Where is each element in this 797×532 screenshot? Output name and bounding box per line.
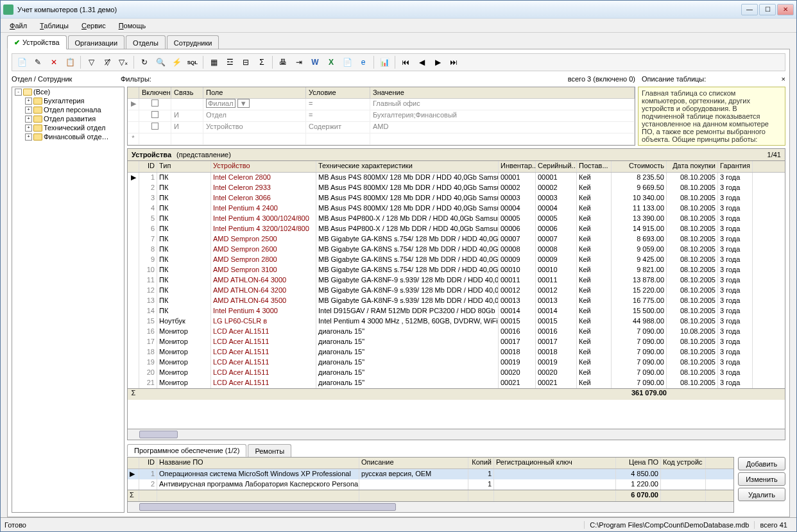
sql-icon[interactable]: SQL — [185, 55, 200, 69]
tree-item[interactable]: -(Все) — [12, 87, 124, 96]
excel-icon[interactable]: X — [324, 55, 338, 69]
main-tabs: ✔Устройства Организации Отделы Сотрудник… — [7, 35, 790, 49]
expand-icon[interactable]: + — [25, 116, 32, 123]
table-row[interactable]: 15НоутбукLG LP60-C5LR вIntel Pentium 4 3… — [128, 316, 785, 327]
table-row[interactable]: 16МониторLCD Acer AL1511диагональ 15"000… — [128, 327, 785, 337]
tab-employees[interactable]: Сотрудники — [167, 35, 219, 49]
software-row[interactable]: ▶1Операционная система MicroSoft Windows… — [128, 469, 733, 479]
menu-help[interactable]: Помощь — [114, 21, 151, 31]
folder-icon — [33, 107, 42, 114]
filter-x-icon[interactable]: ▽ₓ — [116, 55, 130, 69]
expand-icon[interactable]: + — [25, 124, 32, 132]
filters-grid[interactable]: Включен Связь Поле Условие Значение ▶Фил… — [127, 87, 635, 146]
tab-repairs[interactable]: Ремонты — [248, 444, 291, 457]
filter-row[interactable]: * — [128, 133, 635, 145]
table-row[interactable]: 11ПКAMD ATHLON-64 3000MB Gigabyte GA-K8N… — [128, 275, 785, 286]
copy-icon[interactable]: 📋 — [63, 55, 77, 69]
tree-item[interactable]: +Бухгалтерия — [12, 96, 124, 105]
grid-scrollbar[interactable] — [127, 429, 785, 440]
expand-icon[interactable]: + — [25, 98, 32, 105]
filter-row[interactable]: ИУстройствоСодержитAMD — [128, 122, 635, 133]
close-button[interactable]: ✕ — [777, 4, 794, 15]
software-row[interactable]: 2Антивирусная программа Лаборатория Касп… — [128, 479, 733, 490]
chart-icon[interactable]: 📊 — [377, 55, 391, 69]
table-row[interactable]: 12ПКAMD ATHLON-64 3200MB Gigabyte GA-K8N… — [128, 286, 785, 296]
table-row[interactable]: 18МониторLCD Acer AL1511диагональ 15"000… — [128, 347, 785, 357]
delete-icon[interactable]: ✕ — [47, 55, 61, 69]
expand-icon[interactable]: - — [15, 89, 22, 96]
columns-icon[interactable]: ☲ — [223, 55, 237, 69]
next-icon[interactable]: ▶ — [431, 55, 445, 69]
last-icon[interactable]: ⏭ — [447, 55, 461, 69]
table-row[interactable]: 3ПКIntel Celeron 3066MB Asus P4S 800MX/ … — [128, 193, 785, 203]
table-row[interactable]: 7ПКAMD Sempron 2500MB Gigabyte GA-K8NS s… — [128, 234, 785, 245]
status-total: всего 41 — [754, 521, 793, 529]
lightning-icon[interactable]: ⚡ — [169, 55, 184, 69]
delete-button[interactable]: Удалить — [738, 488, 785, 501]
folder-icon — [33, 98, 42, 105]
close-desc-icon[interactable]: × — [782, 75, 785, 83]
first-icon[interactable]: ⏮ — [398, 55, 413, 69]
expand-icon[interactable]: + — [25, 107, 32, 114]
tab-depts[interactable]: Отделы — [126, 35, 166, 49]
app-icon — [3, 4, 13, 15]
grid-header: Устройства (представление) 1/41 — [127, 148, 785, 161]
edit-button[interactable]: Изменить — [738, 472, 785, 486]
print-icon[interactable]: 🖶 — [276, 55, 290, 69]
table-row[interactable]: ▶1ПКIntel Celeron 2800MB Asus P4S 800MX/… — [128, 173, 785, 183]
maximize-button[interactable]: ☐ — [759, 4, 776, 15]
table-row[interactable]: 17МониторLCD Acer AL1511диагональ 15"000… — [128, 337, 785, 347]
folder-icon — [23, 89, 32, 96]
folder-icon — [33, 116, 42, 123]
ie-icon[interactable]: e — [356, 55, 370, 69]
check-icon: ✔ — [14, 39, 20, 47]
export-icon[interactable]: ⇥ — [292, 55, 306, 69]
add-button[interactable]: Добавить — [738, 457, 785, 470]
edit-icon[interactable]: ✎ — [31, 55, 45, 69]
word-icon[interactable]: W — [308, 55, 322, 69]
window-title: Учет компьютеров (1.31 демо) — [17, 6, 741, 13]
refresh-icon[interactable]: ↻ — [137, 55, 151, 69]
tree-item[interactable]: +Отдел развития — [12, 114, 124, 123]
minimize-button[interactable]: — — [741, 4, 758, 15]
tab-devices[interactable]: ✔Устройства — [7, 35, 67, 49]
table-row[interactable]: 20МониторLCD Acer AL1511диагональ 15"000… — [128, 368, 785, 378]
table-row[interactable]: 8ПКAMD Sempron 2600MB Gigabyte GA-K8NS s… — [128, 245, 785, 255]
tree-item[interactable]: +Финансовый отде… — [12, 132, 124, 141]
tree-item[interactable]: +Технический отдел — [12, 123, 124, 132]
table-row[interactable]: 6ПКIntel Pentium 4 3200/1024/800MB Asus … — [128, 224, 785, 234]
filter-row[interactable]: ▶Филиал ▼=Главный офис — [128, 99, 635, 110]
titlebar[interactable]: Учет компьютеров (1.31 демо) — ☐ ✕ — [1, 1, 796, 19]
table-row[interactable]: 10ПКAMD Sempron 3100MB Gigabyte GA-K8NS … — [128, 265, 785, 275]
prev-icon[interactable]: ◀ — [415, 55, 429, 69]
table-row[interactable]: 14ПКIntel Pentium 4 3000Intel D915GAV / … — [128, 306, 785, 316]
dept-tree[interactable]: -(Все)+Бухгалтерия+Отдел персонала+Отдел… — [12, 87, 124, 513]
tree-item[interactable]: +Отдел персонала — [12, 105, 124, 114]
status-path: C:\Program Files\CompCount\DemoDatabase.… — [584, 521, 754, 529]
table-row[interactable]: 9ПКAMD Sempron 2800MB Gigabyte GA-K8NS s… — [128, 255, 785, 265]
search-icon[interactable]: 🔍 — [153, 55, 167, 69]
table-row[interactable]: 19МониторLCD Acer AL1511диагональ 15"000… — [128, 357, 785, 368]
expand-icon[interactable]: + — [25, 133, 32, 141]
table-row[interactable]: 13ПКAMD ATHLON-64 3500MB Gigabyte GA-K8N… — [128, 296, 785, 306]
grid-icon[interactable]: ▦ — [207, 55, 221, 69]
tab-software[interactable]: Программное обеспечение (1/2) — [127, 444, 246, 457]
tree-icon[interactable]: ⊟ — [239, 55, 253, 69]
menu-file[interactable]: Файл — [4, 21, 32, 31]
html-icon[interactable]: 📄 — [340, 55, 354, 69]
sw-scrollbar[interactable] — [127, 502, 734, 513]
sum-icon[interactable]: Σ — [255, 55, 269, 69]
menu-tables[interactable]: Таблицы — [35, 21, 74, 31]
table-row[interactable]: 21МониторLCD Acer AL1511диагональ 15"000… — [128, 378, 785, 388]
new-icon[interactable]: 📄 — [15, 55, 29, 69]
software-grid[interactable]: ID Название ПО Описание Копий Регистраци… — [127, 457, 734, 502]
devices-grid[interactable]: ID Тип Устройство Технические характерис… — [127, 161, 785, 429]
tab-orgs[interactable]: Организации — [68, 35, 125, 49]
filter-clear-icon[interactable]: ▽̸ — [100, 55, 114, 69]
filter-icon[interactable]: ▽ — [84, 55, 98, 69]
menu-service[interactable]: Сервис — [76, 21, 111, 31]
table-row[interactable]: 4ПКIntel Pentium 4 2400MB Asus P4S 800MX… — [128, 203, 785, 214]
table-row[interactable]: 2ПКIntel Celeron 2933MB Asus P4S 800MX/ … — [128, 183, 785, 193]
filter-row[interactable]: ИОтдел=Бухгалтерия;Финансовый — [128, 110, 635, 122]
table-row[interactable]: 5ПКIntel Pentium 4 3000/1024/800MB Asus … — [128, 214, 785, 224]
